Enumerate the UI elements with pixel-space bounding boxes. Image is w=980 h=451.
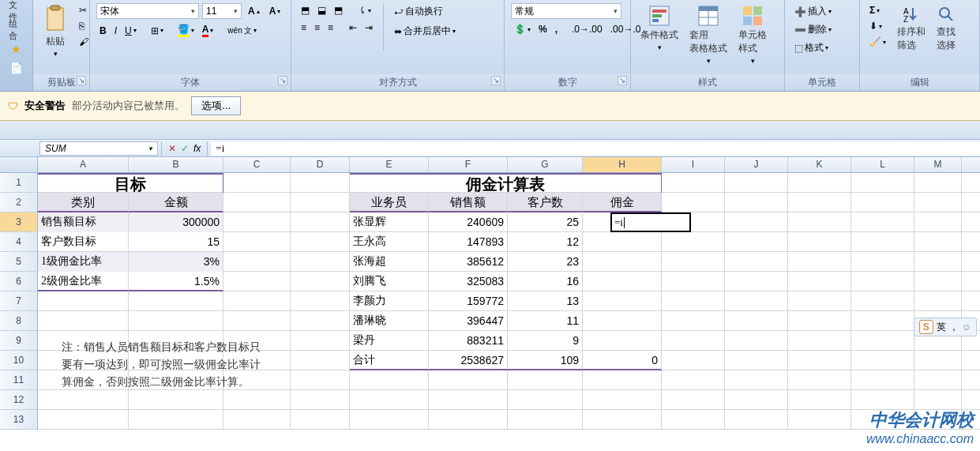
shrink-font-button[interactable]: A▾: [266, 4, 284, 18]
row-header-13[interactable]: 13: [0, 410, 37, 430]
cell-8-E[interactable]: 潘琳晓: [350, 311, 429, 331]
border-button[interactable]: ⊞▾: [148, 24, 167, 38]
cell-12-L[interactable]: [851, 390, 914, 410]
cell-6-F[interactable]: 325083: [429, 272, 508, 291]
cell-12-A[interactable]: [38, 390, 129, 410]
col-header-I[interactable]: I: [662, 157, 725, 172]
cell-8-D[interactable]: [291, 311, 350, 331]
merge-center-button[interactable]: ⬌ 合并后居中 ▾: [391, 23, 459, 39]
cell-6-A[interactable]: 2级佣金比率: [38, 272, 129, 291]
col-header-B[interactable]: B: [129, 157, 223, 172]
cell-12-M[interactable]: [914, 390, 962, 410]
row-header-3[interactable]: 3: [0, 212, 37, 232]
cell-6-E[interactable]: 刘腾飞: [350, 272, 429, 291]
cell-5-F[interactable]: 385612: [429, 252, 508, 272]
phonetic-button[interactable]: wén文▾: [224, 24, 259, 38]
insert-button[interactable]: ➕ 插入 ▾: [791, 3, 835, 20]
cell-8-C[interactable]: [223, 311, 291, 331]
cell-5-C[interactable]: [223, 252, 291, 272]
row-header-4[interactable]: 4: [0, 232, 37, 252]
grow-font-button[interactable]: A▴: [245, 4, 263, 18]
cell-13-J[interactable]: [725, 410, 788, 430]
col-header-D[interactable]: D: [291, 157, 350, 172]
cell-6-B[interactable]: 1.5%: [129, 272, 223, 291]
name-box[interactable]: SUM▾: [39, 141, 158, 156]
cell-5-M[interactable]: [914, 252, 962, 272]
cell-5-I[interactable]: [662, 252, 725, 272]
cell-7-G[interactable]: 13: [508, 291, 583, 311]
select-all-corner[interactable]: [0, 157, 38, 172]
bold-button[interactable]: B: [96, 24, 110, 38]
cell-10-H[interactable]: 0: [583, 351, 662, 370]
font-name-combo[interactable]: 宋体▾: [96, 3, 199, 19]
cell-9-J[interactable]: [725, 331, 788, 351]
cell-1-J[interactable]: [725, 173, 788, 193]
cell-5-A[interactable]: 1级佣金比率: [38, 252, 129, 272]
cell-13-E[interactable]: [350, 410, 429, 430]
cell-7-M[interactable]: [914, 291, 962, 311]
cell-2-M[interactable]: [914, 193, 962, 212]
cell-1-E[interactable]: 佣金计算表: [350, 173, 662, 193]
cell-3-C[interactable]: [223, 212, 291, 232]
cell-3-E[interactable]: 张显辉: [350, 212, 429, 232]
enter-formula-button[interactable]: ✓: [181, 143, 189, 154]
cell-5-G[interactable]: 23: [508, 252, 583, 272]
align-top-button[interactable]: ⬒: [298, 3, 313, 17]
cell-11-D[interactable]: [291, 370, 350, 390]
cell-3-L[interactable]: [851, 212, 914, 232]
cell-11-I[interactable]: [662, 370, 725, 390]
cell-5-L[interactable]: [851, 252, 914, 272]
cell-6-I[interactable]: [662, 272, 725, 291]
cell-10-K[interactable]: [788, 351, 851, 370]
ime-indicator[interactable]: S 英 ，☺: [914, 318, 977, 336]
cell-4-J[interactable]: [725, 232, 788, 252]
cell-1-L[interactable]: [851, 173, 914, 193]
cell-13-I[interactable]: [662, 410, 725, 430]
fill-color-button[interactable]: 🪣▾: [175, 22, 197, 39]
cell-1-C[interactable]: [223, 173, 291, 193]
cell-4-K[interactable]: [788, 232, 851, 252]
cell-6-D[interactable]: [291, 272, 350, 291]
security-options-button[interactable]: 选项...: [191, 96, 241, 115]
cell-2-C[interactable]: [223, 193, 291, 212]
cell-11-L[interactable]: [851, 370, 914, 390]
align-left-button[interactable]: ≡: [298, 21, 310, 35]
comma-button[interactable]: ,: [552, 22, 561, 36]
cell-6-C[interactable]: [223, 272, 291, 291]
cell-7-F[interactable]: 159772: [429, 291, 508, 311]
italic-button[interactable]: I: [111, 24, 120, 38]
cell-13-F[interactable]: [429, 410, 508, 430]
cell-10-M[interactable]: [914, 351, 962, 370]
cell-11-F[interactable]: [429, 370, 508, 390]
cell-8-K[interactable]: [788, 311, 851, 331]
cell-11-M[interactable]: [914, 370, 962, 390]
cell-4-H[interactable]: [583, 232, 662, 252]
cell-7-L[interactable]: [851, 291, 914, 311]
cell-6-K[interactable]: [788, 272, 851, 291]
increase-indent-button[interactable]: ⇥: [362, 21, 376, 35]
cell-9-F[interactable]: 883211: [429, 331, 508, 351]
cell-5-K[interactable]: [788, 252, 851, 272]
cell-7-B[interactable]: [129, 291, 223, 311]
cell-4-A[interactable]: 客户数目标: [38, 232, 129, 252]
cell-3-D[interactable]: [291, 212, 350, 232]
align-dialog-launcher[interactable]: ↘: [491, 76, 501, 85]
align-middle-button[interactable]: ⬓: [314, 3, 329, 17]
cell-1-A[interactable]: 目标: [38, 173, 223, 193]
row-header-9[interactable]: 9: [0, 331, 37, 351]
cell-11-G[interactable]: [508, 370, 583, 390]
font-dialog-launcher[interactable]: ↘: [278, 76, 287, 85]
decrease-indent-button[interactable]: ⇤: [346, 21, 360, 35]
cell-9-D[interactable]: [291, 331, 350, 351]
col-header-C[interactable]: C: [223, 157, 291, 172]
cell-11-E[interactable]: [350, 370, 429, 390]
cell-2-B[interactable]: 金额: [129, 193, 223, 212]
col-header-L[interactable]: L: [851, 157, 914, 172]
cell-5-H[interactable]: [583, 252, 662, 272]
font-color-button[interactable]: A▾: [199, 22, 217, 39]
cell-2-G[interactable]: 客户数: [508, 193, 583, 212]
cell-12-E[interactable]: [350, 390, 429, 410]
cell-10-L[interactable]: [851, 351, 914, 370]
copy-button[interactable]: ⎘: [76, 19, 92, 33]
col-header-F[interactable]: F: [429, 157, 508, 172]
